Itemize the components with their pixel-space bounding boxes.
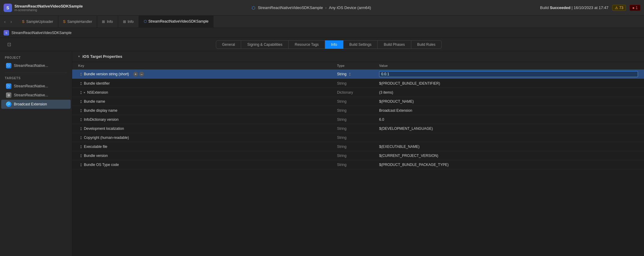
- table-row[interactable]: ▲ ▼ Development localization String $(DE…: [72, 124, 644, 133]
- table-row[interactable]: ▲ ▼ Executable file String $(EXECUTABLE_…: [72, 142, 644, 151]
- prop-key: ▲ ▼ Bundle display name: [78, 108, 337, 113]
- prop-value: $(PRODUCT_BUNDLE_IDENTIFIER): [379, 81, 638, 86]
- prop-type: String: [337, 136, 379, 140]
- tab-bar: ‹ › S SampleUploader S SampleHandler ⊞ I…: [0, 16, 644, 28]
- sidebar-item-label: StreamReactNative...: [14, 93, 48, 97]
- device-name: StreamReactNativeVideoSDKSample: [258, 5, 323, 10]
- prop-type: String: [337, 126, 379, 131]
- title-bar: S StreamReactNativeVideoSDKSample rn-scr…: [0, 0, 644, 16]
- app-subtitle: rn-screensharing: [14, 8, 83, 12]
- app-icon: ⬡: [144, 19, 147, 23]
- swift-icon: S: [63, 20, 66, 24]
- broadcast-icon: ↗: [6, 101, 11, 107]
- targets-label: TARGETS: [0, 75, 72, 82]
- warning-count: 73: [619, 6, 623, 10]
- row-stepper[interactable]: ▲ ▼: [80, 81, 82, 86]
- prop-value: (3 items): [379, 90, 638, 95]
- sidebar-item-target1[interactable]: ⬡ StreamReactNative...: [1, 82, 71, 91]
- error-badge[interactable]: ● 1: [630, 5, 640, 11]
- tab-resource[interactable]: Resource Tags: [289, 40, 325, 49]
- sidebar-item-label: StreamReactNative...: [14, 84, 48, 88]
- prop-key: ▲ ▼ ▸ NSExtension: [78, 90, 337, 95]
- app-title-block: StreamReactNativeVideoSDKSample rn-scree…: [14, 4, 83, 12]
- row-stepper[interactable]: ▲ ▼: [80, 108, 82, 113]
- row-stepper[interactable]: ▲ ▼: [80, 154, 82, 158]
- section-header: ▾ iOS Target Properties: [72, 51, 644, 62]
- prop-value: 6.0: [379, 117, 638, 122]
- tab-general[interactable]: General: [216, 40, 241, 49]
- sidebar-item-broadcast[interactable]: ↗ Broadcast Extension: [1, 100, 71, 109]
- sidebar-item-project[interactable]: ⬡ StreamReactNative...: [1, 61, 71, 70]
- tab-sampleuploader[interactable]: S SampleUploader: [17, 16, 58, 28]
- section-title: iOS Target Properties: [82, 54, 122, 59]
- tab-samplehandler[interactable]: S SampleHandler: [58, 16, 97, 28]
- breadcrumb-icon: S: [4, 30, 9, 36]
- tab-streamreactnative[interactable]: ⬡ StreamReactNativeVideoSDKSample: [139, 16, 214, 28]
- prop-type: String: [337, 81, 379, 86]
- tab-buildsettings[interactable]: Build Settings: [343, 40, 378, 49]
- sidebar: PROJECT ⬡ StreamReactNative... TARGETS ⬡…: [0, 51, 72, 256]
- properties-section: Key Type Value ▲ ▼ Bundle version string…: [72, 62, 644, 256]
- prop-key: ▲ ▼ Bundle version: [78, 154, 337, 158]
- sidebar-toggle-button[interactable]: ⊡: [5, 40, 14, 48]
- prop-value: $(CURRENT_PROJECT_VERSION): [379, 154, 638, 158]
- tab-label: Info: [107, 20, 113, 24]
- table-row[interactable]: ▲ ▼ Bundle version string (short) + – St…: [72, 70, 644, 79]
- prop-key: ▲ ▼ Bundle name: [78, 99, 337, 104]
- warning-badge[interactable]: ⚠ 73: [612, 5, 626, 11]
- nav-back-button[interactable]: ‹: [2, 18, 8, 25]
- error-icon: ●: [632, 6, 634, 10]
- table-row[interactable]: ▲ ▼ Bundle name String $(PRODUCT_NAME): [72, 97, 644, 106]
- grid-icon: ⊞: [123, 20, 126, 24]
- sidebar-item-target2[interactable]: ⚙ StreamReactNative...: [1, 91, 71, 100]
- nav-forward-button[interactable]: ›: [9, 18, 14, 25]
- row-stepper[interactable]: ▲ ▼: [80, 72, 82, 76]
- project-icon: ⬡: [6, 63, 11, 68]
- tab-buildrules[interactable]: Build Rules: [411, 40, 442, 49]
- prop-key: ▲ ▼ Executable file: [78, 145, 337, 149]
- table-row[interactable]: ▲ ▼ Copyright (human-readable) String: [72, 133, 644, 142]
- expand-arrow-icon[interactable]: ▸: [84, 91, 85, 94]
- value-input[interactable]: [379, 71, 638, 77]
- row-stepper[interactable]: ▲ ▼: [80, 145, 82, 149]
- toolbar: ⊡ General Signing & Capabilities Resourc…: [0, 38, 644, 51]
- gear-icon: ⚙: [6, 92, 11, 98]
- tab-info1[interactable]: ⊞ Info: [97, 16, 118, 28]
- table-row[interactable]: ▲ ▼ Bundle version String $(CURRENT_PROJ…: [72, 151, 644, 160]
- prop-value-editing[interactable]: [379, 71, 638, 77]
- prop-type: String: [337, 108, 379, 113]
- row-remove-button[interactable]: –: [139, 72, 144, 76]
- table-row[interactable]: ▲ ▼ ▸ NSExtension Dictionary (3 items): [72, 88, 644, 97]
- row-stepper[interactable]: ▲ ▼: [80, 117, 82, 122]
- row-add-button[interactable]: +: [133, 72, 138, 76]
- row-stepper[interactable]: ▲ ▼: [80, 126, 82, 131]
- row-stepper[interactable]: ▲ ▼: [80, 163, 82, 167]
- col-header-key: Key: [78, 64, 337, 67]
- prop-type: String: [337, 99, 379, 104]
- type-stepper[interactable]: ▲ ▼: [349, 72, 351, 76]
- toolbar-tabs: General Signing & Capabilities Resource …: [18, 40, 639, 49]
- table-row[interactable]: ▲ ▼ Bundle display name String Broadcast…: [72, 106, 644, 115]
- table-row[interactable]: ▲ ▼ Bundle identifier String $(PRODUCT_B…: [72, 79, 644, 88]
- tab-info[interactable]: Info: [325, 40, 343, 49]
- table-row[interactable]: ▲ ▼ Bundle OS Type code String $(PRODUCT…: [72, 160, 644, 169]
- app-icon: S: [4, 4, 12, 12]
- tab-signing[interactable]: Signing & Capabilities: [241, 40, 289, 49]
- sidebar-item-label: StreamReactNative...: [14, 64, 48, 68]
- row-stepper[interactable]: ▲ ▼: [80, 90, 82, 95]
- build-status: Build Succeeded | 16/10/2023 at 17:47: [540, 5, 608, 10]
- prop-key-bundle-version-string: ▲ ▼ Bundle version string (short) + –: [78, 72, 337, 76]
- tab-label: SampleUploader: [26, 20, 53, 24]
- row-stepper[interactable]: ▲ ▼: [80, 99, 82, 104]
- section-chevron-icon: ▾: [78, 55, 80, 58]
- prop-key: ▲ ▼ Bundle identifier: [78, 81, 337, 86]
- device-selector[interactable]: ⬡ StreamReactNativeVideoSDKSample › Any …: [87, 5, 535, 10]
- sidebar-item-label: Broadcast Extension: [14, 102, 47, 106]
- col-header-value: Value: [379, 64, 638, 67]
- row-stepper[interactable]: ▲ ▼: [80, 136, 82, 140]
- tab-buildphases[interactable]: Build Phases: [378, 40, 411, 49]
- tab-info2[interactable]: ⊞ Info: [118, 16, 139, 28]
- project-label: PROJECT: [0, 55, 72, 61]
- prop-type: String ▲ ▼: [337, 72, 379, 76]
- table-row[interactable]: ▲ ▼ InfoDictionary version String 6.0: [72, 115, 644, 124]
